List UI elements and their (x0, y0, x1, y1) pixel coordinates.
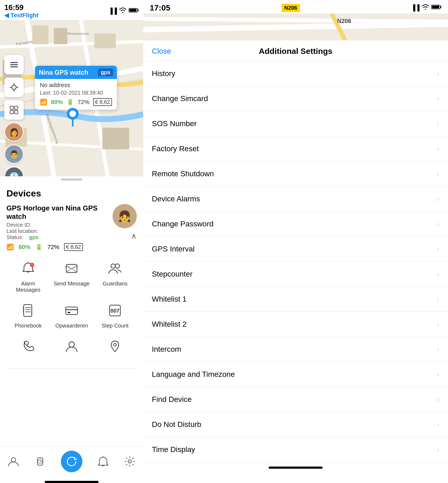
svg-line-38 (66, 269, 70, 272)
chevron-right-icon-11: › (437, 345, 439, 354)
popup-euro: € 8,62 (93, 98, 112, 106)
chevron-right-icon-9: › (437, 295, 439, 303)
chevron-up-icon[interactable]: ∧ (131, 232, 137, 240)
svg-rect-49 (66, 307, 78, 315)
right-signal-icon: ▐▐ (411, 4, 419, 11)
chevron-right-icon-15: › (437, 446, 439, 454)
right-map-strip: N206 (143, 13, 448, 40)
settings-item-5[interactable]: Device Alarms › (143, 187, 448, 212)
settings-item-4[interactable]: Remote Shutdown › (143, 161, 448, 187)
back-button[interactable]: ◀ TestFlight (4, 12, 38, 19)
popup-stats: 📶 80% 🔋 72% € 8,62 (40, 98, 112, 106)
guardians-icon (108, 262, 122, 277)
layers-button[interactable] (4, 55, 24, 74)
popup-battery-icon: 🔋 (66, 99, 74, 106)
right-panel: 17:05 N206 ▐▐ (143, 0, 448, 483)
send-message-label: Send Message (54, 281, 89, 287)
close-button[interactable]: Close (152, 47, 171, 56)
svg-rect-64 (432, 6, 439, 8)
svg-rect-51 (68, 312, 70, 313)
settings-item-6[interactable]: Change Password › (143, 212, 448, 237)
nav-settings[interactable] (124, 456, 136, 467)
settings-item-11[interactable]: Intercom › (143, 337, 448, 362)
step-count-label: Step Count (102, 323, 128, 329)
map-controls[interactable] (4, 55, 24, 120)
nav-profile[interactable] (8, 456, 19, 467)
action-phonebook[interactable]: Phonebook (6, 298, 50, 334)
svg-point-41 (115, 264, 120, 268)
grid-button[interactable] (4, 100, 24, 120)
bottom-home-indicator-right (269, 467, 323, 469)
settings-title: Additional Settings (259, 47, 332, 56)
settings-label-7: GPS Interval (152, 245, 195, 253)
location-button[interactable] (4, 78, 24, 97)
popup-battery-pct: 72% (78, 99, 89, 106)
action-location[interactable] (93, 334, 137, 364)
svg-rect-19 (10, 62, 18, 63)
settings-item-1[interactable]: Change Simcard › (143, 86, 448, 111)
action-call[interactable] (6, 334, 50, 364)
settings-label-5: Device Alarms (152, 195, 200, 203)
settings-label-2: SOS Number (152, 119, 197, 128)
svg-rect-11 (54, 28, 67, 44)
action-step-count[interactable]: 007 Step Count (93, 298, 137, 334)
settings-item-2[interactable]: SOS Number › (143, 111, 448, 136)
settings-label-3: Factory Reset (152, 144, 199, 153)
settings-label-15: Time Display (152, 445, 195, 454)
avatar-2[interactable]: 👨 (4, 144, 24, 164)
avatar-1[interactable]: 👩 (4, 122, 24, 142)
svg-point-22 (12, 85, 16, 89)
avatar-3[interactable]: 👔 (4, 167, 24, 176)
action-guardians[interactable]: Guardians (93, 256, 137, 298)
popup-signal-icon: 📶 (40, 99, 47, 106)
settings-item-7[interactable]: GPS Interval › (143, 237, 448, 262)
phonebook-icon (22, 304, 35, 319)
chevron-right-icon-13: › (437, 395, 439, 404)
svg-rect-30 (15, 111, 18, 114)
scroll-indicator (61, 178, 82, 181)
action-profile[interactable] (50, 334, 93, 364)
bottom-nav (0, 446, 143, 479)
svg-text:Meeuwenlaan: Meeuwenlaan (67, 32, 89, 36)
nav-watch[interactable] (34, 456, 46, 467)
svg-rect-27 (10, 106, 13, 109)
svg-line-68 (143, 19, 448, 22)
settings-item-0[interactable]: History › (143, 61, 448, 86)
user-avatars: 👩 👨 👔 🧑 (4, 122, 24, 176)
svg-line-39 (73, 269, 77, 272)
svg-rect-21 (10, 66, 18, 67)
guardians-label: Guardians (103, 281, 127, 287)
svg-point-40 (111, 264, 115, 268)
step-count-icon: 007 (108, 304, 122, 319)
right-status-icons: ▐▐ (411, 4, 442, 12)
send-message-icon (65, 262, 78, 277)
svg-point-56 (11, 458, 16, 462)
left-time: 16:59 (4, 3, 38, 12)
device-card: GPS Horloge van Nina GPS watch Device ID… (6, 204, 137, 368)
settings-item-15[interactable]: Time Display › (143, 437, 448, 462)
action-send-message[interactable]: Send Message (50, 256, 93, 298)
svg-point-62 (128, 460, 131, 463)
device-signal-pct: 80% (19, 244, 30, 251)
svg-rect-15 (102, 128, 129, 149)
action-grid: ! Alarm Messages Send Message (6, 256, 137, 364)
device-battery-icon: 🔋 (35, 244, 43, 251)
devices-title: Devices (6, 188, 137, 199)
svg-rect-20 (10, 64, 18, 65)
settings-item-10[interactable]: Whitelist 2 › (143, 312, 448, 337)
action-opwaarderen[interactable]: Opwaarderen (50, 298, 93, 334)
settings-item-12[interactable]: Language and Timezone › (143, 362, 448, 387)
action-alarm-messages[interactable]: ! Alarm Messages (6, 256, 50, 298)
settings-item-9[interactable]: Whitelist 1 › (143, 287, 448, 312)
settings-item-8[interactable]: Stepcounter › (143, 262, 448, 287)
right-wifi-icon (422, 4, 429, 12)
nav-refresh[interactable] (61, 451, 82, 472)
settings-item-14[interactable]: Do Not Disturb › (143, 412, 448, 437)
settings-item-3[interactable]: Factory Reset › (143, 136, 448, 161)
nav-alerts[interactable] (97, 456, 109, 467)
device-header: GPS Horloge van Nina GPS watch Device ID… (6, 204, 137, 251)
left-status-bar: 16:59 ◀ TestFlight ▐▐ (0, 0, 143, 20)
settings-item-13[interactable]: Find Device › (143, 387, 448, 412)
device-euro: € 8,62 (64, 243, 83, 251)
device-status: Status: gps (6, 234, 113, 240)
